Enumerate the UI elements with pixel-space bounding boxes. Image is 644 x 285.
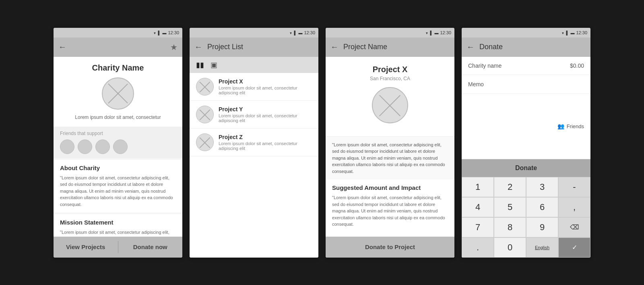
- friend-avatar-2: [78, 139, 92, 154]
- project-detail-image: [372, 87, 408, 123]
- key-6[interactable]: 6: [526, 197, 558, 217]
- mission-title: Mission Statement: [60, 219, 176, 226]
- signal-bars: [158, 30, 161, 35]
- key-done[interactable]: ✓: [558, 237, 590, 258]
- key-3[interactable]: 3: [526, 177, 558, 197]
- time-display-3: 12:30: [440, 30, 451, 35]
- friends-section: Friends that support: [54, 127, 182, 158]
- signal-bars-4: [566, 30, 569, 35]
- key-comma[interactable]: ,: [558, 197, 590, 217]
- friend-avatar-3: [95, 139, 110, 154]
- charity-label: Charity name: [468, 62, 502, 69]
- key-minus[interactable]: -: [558, 177, 590, 197]
- charity-header: Charity Name Lorem ipsum dolor sit amet,…: [54, 57, 182, 127]
- memo-row: Memo: [462, 75, 590, 94]
- signal-icon-3: [425, 30, 428, 35]
- screen4-donate: 12:30 ← Donate Charity name $0.00 Memo 👥…: [462, 28, 590, 258]
- about-text: "Lorem ipsum dolor sit amet, consectetur…: [60, 175, 176, 208]
- battery-icon-2: [298, 30, 302, 35]
- app-bar-1: ← ★: [54, 37, 182, 57]
- suggested-title: Suggested Amount and Impact: [332, 184, 448, 191]
- friend-avatar-1: [60, 139, 74, 154]
- project-body-text: "Lorem ipsum dolor sit amet, consectetur…: [326, 137, 454, 180]
- project-detail-header: Project X San Francisco, CA: [326, 57, 454, 137]
- key-1[interactable]: 1: [462, 177, 494, 197]
- about-title: About Charity: [60, 164, 176, 171]
- project-z-name: Project Z: [219, 134, 312, 140]
- back-button-2[interactable]: ←: [194, 42, 202, 52]
- project-y-desc: Lorem ipsum dolor sit amet, consectetur …: [219, 113, 312, 123]
- signal-icon-2: [289, 30, 292, 35]
- screen2-body: ▮▮ ▣ Project X Lorem ipsum dolor sit ame…: [190, 57, 318, 258]
- donate-title: Donate: [479, 43, 586, 51]
- back-button-3[interactable]: ←: [330, 42, 339, 52]
- battery-icon-3: [434, 30, 438, 35]
- project-z-thumb: [196, 133, 214, 151]
- bottom-bar-1: View Projects Donate now: [54, 237, 182, 258]
- project-x-thumb: [196, 78, 214, 96]
- key-english[interactable]: English: [526, 237, 558, 258]
- view-projects-button[interactable]: View Projects: [54, 237, 118, 258]
- status-bar-3: 12:30: [326, 28, 454, 37]
- project-z-desc: Lorem ipsum dolor sit amet, consectetur …: [219, 141, 312, 151]
- friends-text: Friends: [567, 123, 584, 129]
- suggested-text: "Lorem ipsum dolor sit amet, consectetur…: [332, 194, 448, 228]
- friends-row: 👥 Friends: [462, 94, 590, 159]
- signal-bars-3: [430, 30, 433, 35]
- screen3-project-detail: 12:30 ← Project Name Project X San Franc…: [326, 28, 454, 258]
- app-bar-3: ← Project Name: [326, 37, 454, 57]
- project-list-title: Project List: [207, 43, 314, 51]
- charity-row: Charity name $0.00: [462, 57, 590, 75]
- friends-label: Friends that support: [60, 131, 176, 136]
- memo-label: Memo: [468, 81, 484, 87]
- key-9[interactable]: 9: [526, 217, 558, 237]
- about-section: About Charity "Lorem ipsum dolor sit ame…: [54, 160, 182, 213]
- key-2[interactable]: 2: [494, 177, 526, 197]
- project-y-info: Project Y Lorem ipsum dolor sit amet, co…: [219, 106, 312, 123]
- project-y-thumb: [196, 106, 214, 123]
- screen3-body: Project X San Francisco, CA "Lorem ipsum…: [326, 57, 454, 258]
- list-item[interactable]: Project Z Lorem ipsum dolor sit amet, co…: [190, 129, 318, 156]
- screen4-body: Charity name $0.00 Memo 👥 Friends Donate…: [462, 57, 590, 258]
- key-7[interactable]: 7: [462, 217, 494, 237]
- list-view-button[interactable]: ▮▮: [196, 60, 204, 69]
- view-toggle: ▮▮ ▣: [190, 57, 318, 73]
- key-0[interactable]: 0: [494, 237, 526, 258]
- donate-button[interactable]: Donate: [462, 159, 590, 177]
- battery-icon-4: [570, 30, 574, 35]
- app-bar-2: ← Project List: [190, 37, 318, 57]
- app-bar-4: ← Donate: [462, 37, 590, 57]
- key-8[interactable]: 8: [494, 217, 526, 237]
- friend-avatar-4: [113, 139, 128, 154]
- project-list: Project X Lorem ipsum dolor sit amet, co…: [190, 73, 318, 258]
- key-4[interactable]: 4: [462, 197, 494, 217]
- favorite-icon[interactable]: ★: [170, 42, 178, 52]
- key-backspace[interactable]: ⌫: [558, 217, 590, 237]
- list-item[interactable]: Project Y Lorem ipsum dolor sit amet, co…: [190, 101, 318, 129]
- signal-bars-2: [294, 30, 297, 35]
- project-x-desc: Lorem ipsum dolor sit amet, consectetur …: [219, 85, 312, 95]
- battery-icon: [162, 30, 166, 35]
- status-bar-2: 12:30: [190, 28, 318, 37]
- project-x-title: Project X: [373, 65, 408, 74]
- project-name-title: Project Name: [343, 43, 450, 51]
- time-display-2: 12:30: [304, 30, 315, 35]
- numpad: 1 2 3 - 4 5 6 , 7 8 9 ⌫ . 0 English ✓: [462, 177, 590, 258]
- list-item[interactable]: Project X Lorem ipsum dolor sit amet, co…: [190, 73, 318, 101]
- grid-view-button[interactable]: ▣: [211, 60, 217, 69]
- screen1-charity: 12:30 ← ★ Charity Name Lorem ipsum dolor…: [54, 28, 182, 258]
- donate-to-project-button[interactable]: Donate to Project: [326, 237, 454, 258]
- project-z-info: Project Z Lorem ipsum dolor sit amet, co…: [219, 134, 312, 151]
- donate-now-button[interactable]: Donate now: [118, 237, 183, 258]
- back-button-4[interactable]: ←: [466, 42, 475, 52]
- key-5[interactable]: 5: [494, 197, 526, 217]
- time-display-1: 12:30: [168, 30, 179, 35]
- donate-button-label: Donate: [515, 164, 537, 172]
- mission-section: Mission Statement "Lorem ipsum dolor sit…: [54, 214, 182, 237]
- donate-to-project-label: Donate to Project: [365, 243, 415, 250]
- charity-image: [102, 77, 134, 110]
- signal-icon: [153, 30, 156, 35]
- back-button-1[interactable]: ←: [58, 42, 66, 52]
- key-dot[interactable]: .: [462, 237, 494, 258]
- charity-description: Lorem ipsum dolor sit amet, consectetur: [75, 114, 161, 120]
